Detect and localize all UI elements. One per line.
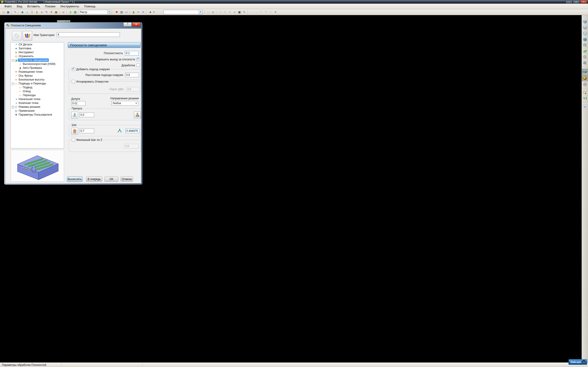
zoom-window-icon[interactable] xyxy=(582,60,588,66)
stepover-dc-input[interactable] xyxy=(125,129,140,133)
collision-check-icon[interactable]: ✱ xyxy=(114,10,119,15)
select-box-icon[interactable] xyxy=(582,90,588,95)
simulate-stop-icon[interactable]: ✕ xyxy=(141,10,146,15)
view-cube-iso-icon[interactable] xyxy=(582,19,588,24)
secondary-combo[interactable]: ▼ xyxy=(164,10,203,14)
collapse-icon[interactable]: − xyxy=(12,59,14,62)
close-x-icon[interactable]: ✕ xyxy=(273,10,278,15)
curve-poly-icon[interactable]: ◆ xyxy=(232,10,237,15)
tree-item-feeds[interactable]: +∏Режимы резания xyxy=(10,105,64,109)
tree-item-tool[interactable]: ▮Инструмент xyxy=(10,50,64,54)
view-cube-front-icon[interactable] xyxy=(582,25,588,30)
recycle-toolpath-button[interactable] xyxy=(12,31,22,41)
ignore-holes-checkbox[interactable] xyxy=(72,80,75,83)
view-cube-top-icon[interactable] xyxy=(582,31,588,36)
open-project-icon[interactable]: ❏ xyxy=(1,10,6,15)
tree-item-start-point[interactable]: ◑Начальная точка xyxy=(10,97,64,101)
curve-boundary-icon[interactable]: ▣ xyxy=(237,10,242,15)
tree-item-safe-heights[interactable]: ≡Безопасные высоты xyxy=(10,77,64,81)
redo-icon[interactable]: ↷ xyxy=(263,10,268,15)
tree-item-lead-out[interactable]: ∪Отвод xyxy=(10,89,64,93)
expand-icon[interactable]: + xyxy=(12,106,14,108)
curve-circle-icon[interactable]: ◯ xyxy=(218,10,223,15)
queue-button[interactable]: В очередь xyxy=(86,177,102,182)
direction-combo[interactable]: Любое ▼ xyxy=(111,101,138,106)
tree-item-leads-links[interactable]: −∪Подводы и Переходы xyxy=(10,81,64,85)
curve-clip-icon[interactable]: ⊘ xyxy=(227,10,232,15)
view-down-z-icon[interactable] xyxy=(582,37,588,42)
menu-item-3[interactable]: Покажи xyxy=(43,4,58,8)
strategy-combo[interactable]: Растр▼ xyxy=(78,10,111,14)
tree-item-offset-flats[interactable]: −◪Плоскости смещением xyxy=(10,58,64,62)
tree-item-end-point[interactable]: ◑Конечная точка xyxy=(10,101,64,105)
approach-distance-input[interactable] xyxy=(125,73,139,77)
calculator-icon[interactable]: ▦ xyxy=(119,10,124,15)
shaded-view-icon[interactable] xyxy=(582,75,588,81)
block-icon[interactable]: ◆ xyxy=(20,10,25,15)
arc-1-icon[interactable]: ◔ xyxy=(249,10,254,15)
menu-item-0[interactable]: Файл xyxy=(2,4,14,8)
flatness-input[interactable] xyxy=(125,51,139,56)
block-display-icon[interactable] xyxy=(582,69,588,75)
delete-entity-icon[interactable]: ✎ xyxy=(13,10,18,15)
close-panel-icon[interactable] xyxy=(582,104,588,110)
stepover-input[interactable] xyxy=(79,129,94,133)
tool-icon[interactable]: ▮ xyxy=(35,10,39,15)
tree-item-limit[interactable]: ◎Ограничить xyxy=(10,54,64,58)
curve-edit-icon[interactable]: ✎ xyxy=(242,10,247,15)
dialog-title-bar[interactable]: Плоскости Смещением ? ✕ xyxy=(4,23,142,28)
feature-set-icon[interactable]: ▣ xyxy=(54,10,59,15)
arc-2-icon[interactable]: ◡ xyxy=(254,10,259,15)
nc-program-icon[interactable]: § xyxy=(68,10,73,15)
pattern-icon[interactable]: ✎ xyxy=(44,10,49,15)
deselect-undo-icon[interactable] xyxy=(582,96,588,101)
shade-mode-icon[interactable]: ● xyxy=(148,10,153,15)
workplane-icon[interactable]: ⊥ xyxy=(25,10,30,15)
zoom-fit-icon[interactable] xyxy=(582,55,588,60)
ok-button[interactable]: ОК xyxy=(104,177,118,182)
refresh-icon[interactable] xyxy=(582,49,588,54)
dialog-close-button[interactable]: ✕ xyxy=(132,23,140,27)
tree-item-autocheck[interactable]: ▮Авто Проверка xyxy=(10,66,64,70)
tree-item-notes[interactable]: ▤Примечания xyxy=(10,109,64,113)
machine-icon[interactable]: ▭ xyxy=(124,10,129,15)
rework-checkbox[interactable] xyxy=(137,64,140,67)
allow-exit-checkbox[interactable] xyxy=(137,58,140,61)
toolpath-icon[interactable]: Ξ xyxy=(30,10,35,15)
collapse-icon[interactable]: − xyxy=(12,83,14,85)
close-button[interactable]: ✕ xyxy=(580,0,587,4)
boundary-icon[interactable]: ∪ xyxy=(39,10,44,15)
menu-item-1[interactable]: Вид xyxy=(14,4,25,8)
strategy-raster-icon[interactable]: ▦ xyxy=(73,10,78,15)
stepover-manual-button[interactable] xyxy=(71,128,78,135)
tree-item-lead-in[interactable]: ∪Подвод xyxy=(10,85,64,89)
tree-item-block[interactable]: ■Заготовка xyxy=(10,46,64,50)
final-z-checkbox[interactable] xyxy=(72,138,75,142)
undo-icon[interactable]: ↶ xyxy=(259,10,263,15)
thickness-input[interactable] xyxy=(79,113,94,117)
trajectory-name-input[interactable] xyxy=(57,32,120,37)
strategy-tree[interactable]: ↗СК Детали■Заготовка▮Инструмент◎Ограничи… xyxy=(10,42,64,148)
tree-item-csys[interactable]: ↗СК Детали xyxy=(10,42,64,46)
open-2-icon[interactable]: ❏ xyxy=(206,10,211,15)
menu-item-2[interactable]: Вставить xyxy=(25,4,43,8)
tree-item-tool-axis[interactable]: ↗Ось Фрезы xyxy=(10,74,64,77)
cut-icon[interactable]: ✂ xyxy=(268,10,273,15)
thickness-mode-button[interactable] xyxy=(71,112,78,119)
approach-checkbox[interactable] xyxy=(72,67,75,71)
tree-item-user-params[interactable]: ✱Параметры Пользователя xyxy=(10,113,64,117)
simulate-cut-icon[interactable]: ✂ xyxy=(136,10,141,15)
zoom-previous-icon[interactable] xyxy=(582,43,588,48)
dialog-help-button[interactable]: ? xyxy=(123,23,132,27)
save-project-icon[interactable]: ▣ xyxy=(6,10,10,15)
calculate-button[interactable]: Вычислить xyxy=(67,177,82,182)
tool-holder-icon[interactable]: ∪ xyxy=(61,10,66,15)
surface-thickness-button[interactable] xyxy=(134,111,141,118)
menu-item-5[interactable]: Помощь xyxy=(82,4,98,8)
tolerance-input[interactable] xyxy=(71,101,86,106)
points-icon[interactable]: ✦ xyxy=(49,10,54,15)
maximize-button[interactable]: ▢ xyxy=(573,0,580,4)
save-2-icon[interactable]: ▣ xyxy=(211,10,216,15)
simulate-tool-icon[interactable]: ▮ xyxy=(131,10,136,15)
minimize-button[interactable]: – xyxy=(565,0,572,4)
